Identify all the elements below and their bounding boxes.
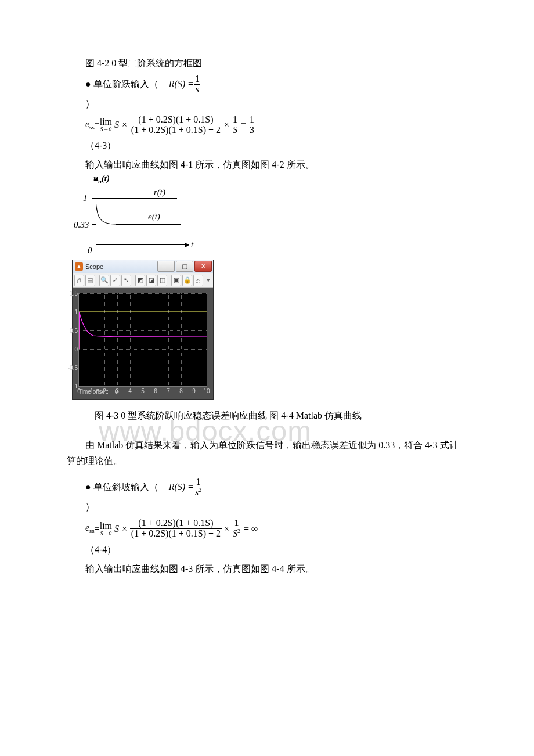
one-over-S: 1 S — [232, 115, 239, 135]
f2-num: 1 — [232, 115, 239, 125]
eq-sign-1: = — [95, 120, 100, 130]
zoom-in-icon[interactable]: 🔍 — [99, 275, 109, 286]
ytick-1: 1 — [66, 308, 78, 315]
scope-traces — [79, 293, 207, 386]
ramp-S: S × — [114, 524, 128, 534]
ramp-one-over-S2: 1 S2 — [232, 519, 241, 539]
ramp-lim-sub: S→0 — [100, 531, 111, 537]
xtick-8: 8 — [179, 388, 183, 394]
ramp-rs-den: s2 — [194, 487, 203, 498]
main-den: (1 + 0.2S)(1 + 0.1S) + 2 — [130, 125, 222, 135]
float-icon[interactable]: ▣ — [171, 275, 181, 286]
R-of-S-frac: 1 s — [194, 74, 201, 95]
ramp-den: (1 + 0.2S)(1 + 0.1S) + 2 — [130, 528, 222, 539]
matlab-app-icon: ▲ — [75, 262, 83, 271]
res-den: 3 — [248, 125, 255, 135]
ytick-4: -0.5 — [66, 364, 78, 370]
label-t: t — [191, 240, 193, 250]
eq-4-3-number: （4-3） — [85, 138, 467, 153]
xtick-4: 4 — [128, 388, 132, 394]
xtick-0: 0 — [77, 388, 81, 394]
ytick-2: 0.5 — [66, 327, 78, 333]
ramp-times2: × — [224, 524, 229, 534]
fig-4-2-caption: 图 4-2 0 型二阶系统的方框图 — [67, 55, 467, 71]
label-033: 0.33 — [74, 220, 89, 230]
y-arg: (t) — [102, 174, 110, 183]
ytick-0: 1.5 — [66, 290, 78, 296]
S-times: S × — [114, 120, 128, 130]
lim-sub: S→0 — [100, 127, 111, 132]
params-icon[interactable]: ▤ — [85, 275, 95, 286]
xtick-7: 7 — [167, 388, 170, 394]
res-num: 1 — [248, 115, 255, 125]
sync-icon[interactable]: ⎌ — [193, 275, 203, 286]
zoom-x-icon[interactable]: ⤢ — [110, 275, 120, 286]
y-axis-label: uo(t) — [93, 174, 110, 185]
label-rt: r(t) — [154, 188, 165, 197]
xtick-10: 10 — [203, 388, 210, 394]
close-button[interactable]: ✕ — [194, 261, 212, 272]
rs-den: s — [194, 84, 200, 95]
autoscale-icon[interactable]: ◩ — [135, 275, 145, 286]
e-of-t-curve — [96, 201, 118, 247]
R-of-S-lhs: R(S) = — [169, 79, 194, 89]
r-of-t-line — [96, 198, 177, 199]
ramp-main-frac: (1 + 0.2S)(1 + 0.1S) (1 + 0.2S)(1 + 0.1S… — [130, 519, 222, 539]
ramp-ess-symbol: ess — [85, 523, 95, 534]
lock-icon[interactable]: 🔒 — [182, 275, 192, 286]
label-0: 0 — [88, 246, 92, 255]
ramp-R-lhs: R(S) = — [169, 482, 194, 492]
result-frac: 1 3 — [248, 115, 255, 135]
ramp-lim: lim — [100, 521, 112, 531]
ramp-num: (1 + 0.2S)(1 + 0.1S) — [137, 519, 214, 528]
scope-title-text: Scope — [85, 263, 157, 270]
eq-4-4: ess = lim S→0 S × (1 + 0.2S)(1 + 0.1S) (… — [85, 519, 467, 539]
minimize-button[interactable]: – — [157, 261, 175, 272]
ytick-5: -1 — [66, 383, 78, 389]
save-axes-icon[interactable]: ◪ — [146, 275, 156, 286]
main-num: (1 + 0.2S)(1 + 0.1S) — [137, 115, 214, 125]
toolbar-overflow-icon[interactable]: ▾ — [205, 275, 211, 286]
ramp-bullet: ● 单位斜坡输入（ — [85, 481, 158, 494]
ramp-R-frac: 1 s2 — [194, 477, 203, 498]
print-icon[interactable]: ⎙ — [74, 275, 84, 286]
ramp-f2num: 1 — [233, 519, 240, 528]
ramp-rs-num: 1 — [195, 477, 202, 487]
ramp-rs-den-sup: 2 — [199, 487, 201, 493]
ytick-3: 0 — [66, 345, 78, 352]
after-step-text: 输入输出响应曲线如图 4-1 所示，仿真图如图 4-2 所示。 — [67, 157, 467, 172]
ess-sub: ss — [89, 124, 95, 131]
step-input-line: ● 单位阶跃输入（ R(S) = 1 s — [67, 74, 467, 95]
maximize-button[interactable]: ▢ — [176, 261, 193, 272]
eq-4-4-number: （4-4） — [85, 542, 467, 557]
e-of-t-steady — [116, 224, 181, 225]
restore-axes-icon[interactable]: ◫ — [157, 275, 167, 286]
step-bullet: ● 单位阶跃输入（ — [85, 78, 158, 91]
ess-symbol: ess — [85, 119, 95, 131]
scope-axes: 1.5 1 0.5 0 -0.5 -1 0 1 2 3 4 5 6 7 8 9 … — [78, 293, 207, 387]
label-et: e(t) — [148, 212, 160, 222]
step-close-paren: ） — [67, 96, 467, 111]
ramp-eq1: = — [95, 524, 100, 534]
times-2: × — [224, 120, 229, 130]
conclusion-text: 由 Matlab 仿真结果来看，输入为单位阶跃信号时，输出稳态误差近似为 0.3… — [67, 437, 467, 469]
ramp-input-line: ● 单位斜坡输入（ R(S) = 1 s2 — [67, 477, 467, 498]
after-ramp-text: 输入输出响应曲线如图 4-3 所示，仿真图如图 4-4 所示。 — [67, 561, 467, 577]
matlab-scope-window: ▲ Scope – ▢ ✕ ⎙ ▤ 🔍 ⤢ ⤡ ◩ ◪ ◫ ▣ 🔒 ⎌ ▾ — [73, 260, 213, 399]
f2-den: S — [232, 125, 239, 135]
fig-4-3-diagram: uo(t) 1 0.33 0 t r(t) e(t) — [73, 175, 194, 259]
zoom-y-icon[interactable]: ⤡ — [121, 275, 131, 286]
xtick-9: 9 — [192, 388, 196, 394]
xtick-3: 3 — [116, 388, 119, 394]
scope-plot-area: 1.5 1 0.5 0 -0.5 -1 0 1 2 3 4 5 6 7 8 9 … — [73, 288, 213, 399]
rs-num: 1 — [194, 74, 201, 84]
lim-text: lim — [100, 117, 112, 127]
scope-titlebar: ▲ Scope – ▢ ✕ — [73, 260, 213, 273]
ramp-close-paren: ） — [67, 499, 467, 514]
ramp-ess-sub: ss — [89, 528, 95, 535]
eq-4-3: ess = lim S→0 S × (1 + 0.2S)(1 + 0.1S) (… — [85, 115, 467, 135]
main-frac: (1 + 0.2S)(1 + 0.1S) (1 + 0.2S)(1 + 0.1S… — [130, 115, 222, 135]
ramp-f2den-base: S — [233, 529, 237, 539]
fig-4-3-4-caption: 图 4-3 0 型系统阶跃响应稳态误差响应曲线 图 4-4 Matlab 仿真曲… — [95, 408, 467, 423]
ramp-f2den-sup: 2 — [237, 528, 240, 534]
